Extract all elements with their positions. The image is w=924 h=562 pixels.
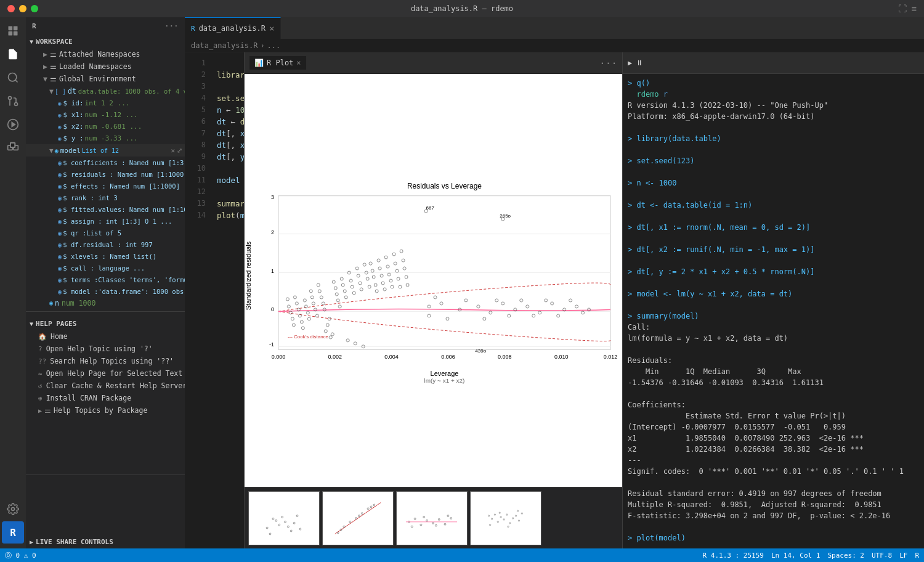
help-topic-label: Open Help Topic using '?'	[46, 344, 153, 353]
console-blank-4	[628, 189, 919, 200]
code-editor[interactable]: 1234567891011121314 library(data.table) …	[185, 52, 244, 548]
svg-text:Residuals vs Leverage: Residuals vs Leverage	[407, 182, 482, 190]
run-icon[interactable]: ▶	[628, 59, 632, 67]
console-dashes: ---	[628, 455, 919, 466]
sidebar-header: R ···	[26, 17, 185, 35]
console-blank-12	[628, 477, 919, 488]
live-share-section[interactable]: ▶ LIVE SHARE CONTROLS	[26, 535, 185, 548]
workspace-section[interactable]: ▼ WORKSPACE	[26, 35, 185, 48]
thumbnail-2[interactable]	[322, 491, 394, 545]
breadcrumb-separator: ›	[260, 41, 264, 50]
console-rse: Residual standard error: 0.4919 on 997 d…	[628, 488, 919, 499]
activity-extensions[interactable]	[2, 137, 24, 159]
console-coef-x1: x1 1.9855040 0.0078490 252.963 <2e-16 **…	[628, 433, 919, 444]
attached-namespaces[interactable]: ▶ ⚌ Attached Namespaces	[26, 48, 185, 60]
plot-close-button[interactable]: ×	[296, 59, 301, 67]
help-install[interactable]: ⊕ Install CRAN Package	[26, 392, 185, 404]
model-remove-icon[interactable]: ✕	[171, 147, 175, 155]
console-n: > n <- 1000	[628, 177, 919, 189]
minimize-button[interactable]	[19, 5, 26, 12]
r-logo: R	[2, 521, 24, 544]
model-fitted: ◉$ fitted.values: Named num [1:10...	[26, 203, 185, 215]
help-clear-cache[interactable]: ↺ Clear Cache & Restart Help Server	[26, 380, 185, 392]
tab-label: data_analysis.R	[199, 24, 265, 33]
svg-text:-1: -1	[269, 341, 274, 348]
window-controls[interactable]	[7, 5, 38, 12]
plot-tab[interactable]: 📊 R Plot ×	[249, 56, 306, 70]
editor-tab-data-analysis[interactable]: R data_analysis.R ×	[185, 17, 281, 39]
console-formula: lm(formula = y ~ x1 + x2, data = dt)	[628, 333, 919, 344]
activity-files[interactable]	[2, 43, 24, 65]
global-environment[interactable]: ▼ ⚌ Global Environment	[26, 73, 185, 85]
help-section[interactable]: ▼ HELP PAGES	[26, 317, 185, 330]
help-packages[interactable]: ▶ ⚌ Help Topics by Package	[26, 404, 185, 417]
install-icon: ⊕	[38, 394, 43, 402]
title-bar: data_analysis.R — rdemo ⛶≡	[0, 0, 924, 17]
console-line-2: rdemo r	[628, 89, 919, 100]
console-blank-14	[628, 544, 919, 548]
help-topic[interactable]: ? Open Help Topic using '?'	[26, 343, 185, 355]
console-call: Call:	[628, 322, 919, 333]
svg-text:0.012: 0.012	[604, 354, 617, 360]
status-encoding: UTF-8	[872, 552, 892, 560]
console-model: > model <- lm(y ~ x1 + x2, data = dt)	[628, 288, 919, 299]
model-qr: ◉$ qr :List of 5	[26, 227, 185, 238]
tab-close-button[interactable]: ×	[269, 24, 274, 33]
close-button[interactable]	[7, 5, 15, 12]
residuals-leverage-plot: Residuals vs Leverage Leverage lm(y ~ x1…	[245, 74, 622, 487]
pause-icon[interactable]: ⏸	[636, 59, 643, 67]
svg-rect-189	[471, 492, 540, 545]
model-coefficients: ◉$ coefficients : Named num [1:3]...	[26, 157, 185, 168]
svg-point-4	[9, 73, 17, 81]
code-text[interactable]: library(data.table) set.seed(123) n ← 10…	[209, 52, 244, 548]
status-spaces: Spaces: 2	[827, 552, 864, 560]
activity-explorer[interactable]	[2, 20, 24, 42]
console-line-4: Platform: x86_64-apple-darwin17.0 (64-bi…	[628, 111, 919, 122]
activity-git[interactable]	[2, 90, 24, 112]
question-icon: ?	[38, 345, 43, 353]
maximize-button[interactable]	[31, 5, 38, 12]
thumbnail-3[interactable]	[396, 491, 468, 545]
plot-thumbnails[interactable]	[245, 487, 622, 548]
svg-rect-13	[10, 143, 15, 148]
console-content: > q() rdemo r R version 4.1.3 (2022-03-1…	[623, 74, 924, 548]
thumbnail-1[interactable]	[248, 491, 320, 545]
activity-settings[interactable]	[2, 498, 24, 520]
status-cursor: Ln 14, Col 1	[771, 552, 820, 560]
console-fstat: F-statistic: 3.298e+04 on 2 and 997 DF, …	[628, 510, 919, 521]
help-search[interactable]: ?? Search Help Topics using '??'	[26, 355, 185, 367]
help-selected[interactable]: ≈ Open Help Page for Selected Text	[26, 367, 185, 380]
model-variable[interactable]: ▼ ◉ model List of 12 ✕ ⤢	[26, 144, 185, 157]
model-df: ◉$ df.residual : int 997	[26, 238, 185, 250]
plot-more-icon[interactable]: ···	[599, 57, 617, 69]
cursor-icon: ≈	[38, 370, 43, 378]
console-panel: ▶ ⏸ > q() rdemo r R version 4.1.3 (2022-…	[622, 52, 924, 548]
loaded-namespaces[interactable]: ▶ ⚌ Loaded Namespaces	[26, 60, 185, 73]
console-summary: > summary(model)	[628, 311, 919, 322]
plot-tab-bar: 📊 R Plot × ···	[245, 52, 622, 74]
svg-point-15	[12, 508, 15, 511]
refresh-icon: ↺	[38, 382, 43, 390]
console-x1: > dt[, x1 := rnorm(.N, mean = 0, sd = 2)…	[628, 222, 919, 233]
svg-rect-2	[9, 31, 13, 36]
svg-rect-1	[14, 26, 18, 31]
svg-text:667: 667	[426, 205, 435, 211]
ellipsis-icon[interactable]: ···	[164, 22, 179, 30]
dt-variable[interactable]: ▼ [ ] dt data.table: 1000 obs. of 4 vari…	[26, 85, 185, 97]
status-bar: ⓪ 0 ⚠ 0 R 4.1.3 : 25159 Ln 14, Col 1 Spa…	[0, 548, 924, 562]
help-home[interactable]: 🏠 Home	[26, 330, 185, 343]
title-bar-icons: ⛶≡	[898, 4, 917, 14]
activity-debug[interactable]	[2, 113, 24, 136]
model-assign: ◉$ assign : int [1:3] 0 1 ...	[26, 215, 185, 227]
tab-bar: R data_analysis.R ×	[185, 17, 924, 39]
model-xlevels: ◉$ xlevels : Named list()	[26, 250, 185, 262]
sidebar-header-icons[interactable]: ···	[164, 22, 179, 30]
console-blank-2	[628, 144, 919, 155]
model-controls[interactable]: ✕ ⤢	[171, 147, 182, 155]
console-toolbar-icons[interactable]: ▶ ⏸	[628, 59, 643, 67]
model-expand-icon[interactable]: ⤢	[177, 147, 182, 155]
thumbnail-4[interactable]	[470, 491, 541, 545]
activity-bar: R	[0, 17, 26, 548]
console-coef-x2: x2 1.0224384 0.0266384 38.382 <2e-16 ***	[628, 444, 919, 455]
activity-search[interactable]	[2, 67, 24, 89]
